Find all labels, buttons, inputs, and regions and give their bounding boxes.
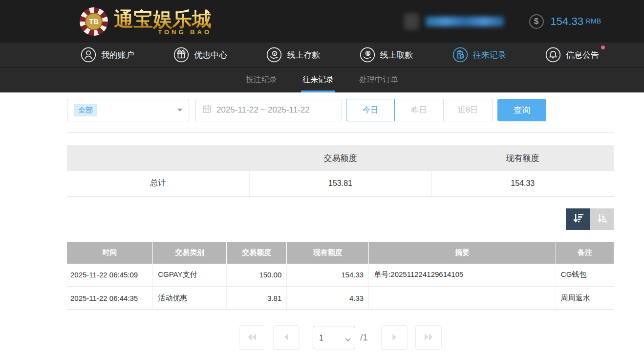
user-area: $ 154.33 RMB: [404, 13, 601, 30]
cell-summary: 单号:202511224129614105: [369, 264, 556, 287]
withdraw-icon: [360, 47, 375, 63]
nav-item-deposit[interactable]: 线上存款: [266, 47, 327, 63]
today-button[interactable]: 今日: [346, 99, 395, 121]
records-icon: [452, 47, 468, 63]
cell-summary: [369, 287, 556, 310]
header-summary: 摘要: [369, 242, 556, 264]
nav-item-withdraw[interactable]: 线上取款: [360, 47, 420, 63]
chevron-down-icon: [177, 109, 182, 112]
cell-time: 2025-11-22 06:44:35: [67, 287, 153, 310]
date-range-input[interactable]: 2025-11-22 ~ 2025-11-22: [195, 99, 342, 121]
cell-balance: 4.33: [287, 287, 369, 310]
main-nav: 我的账户 优惠中心 线上存款 线上取款 往来记录 信息公告: [0, 43, 644, 68]
summary-header-transaction-amount: 交易额度: [249, 145, 431, 171]
previous-page-button[interactable]: [273, 325, 300, 350]
page-select[interactable]: 1: [313, 326, 355, 349]
chip-monogram: TB: [85, 13, 103, 30]
first-page-button[interactable]: [239, 325, 265, 350]
notification-dot: [601, 45, 605, 49]
summary-total-row: 总计 153.81 154.33: [67, 171, 614, 196]
double-chevron-left-icon: [246, 333, 258, 343]
chevron-left-icon: [282, 333, 291, 343]
site-subtitle: TONG BAO: [114, 28, 212, 36]
summary-transaction-amount: 153.81: [249, 171, 431, 196]
yesterday-button[interactable]: 昨日: [395, 99, 444, 121]
table-row: 2025-11-22 06:44:35 活动优惠 3.81 4.33 周周返水: [67, 287, 614, 310]
records-header-row: 时间 交易类别 交易额度 现有额度 摘要 备注: [67, 242, 614, 264]
header-transaction-amount: 交易额度: [227, 242, 287, 264]
summary-total-label: 总计: [67, 171, 249, 196]
sort-descending-icon: [572, 212, 584, 226]
tab-processing-orders[interactable]: 处理中订单: [358, 68, 400, 92]
filter-row: 全部 2025-11-22 ~ 2025-11-22 今日 昨日 近8日 查询: [67, 99, 614, 121]
balance-currency: RMB: [586, 17, 601, 26]
top-header: TB 通宝娱乐城 TONG BAO $ 154.33 RMB: [0, 0, 644, 43]
cell-amount: 3.81: [227, 287, 287, 310]
tab-betting-records[interactable]: 投注纪录: [244, 68, 279, 92]
double-chevron-right-icon: [423, 333, 434, 343]
summary-current-balance: 154.33: [431, 171, 614, 196]
table-row: 2025-11-22 06:45:09 CGPAY支付 150.00 154.3…: [67, 264, 614, 287]
user-icon: [81, 47, 96, 63]
cell-time: 2025-11-22 06:45:09: [67, 264, 153, 287]
header-transaction-type: 交易类别: [153, 242, 227, 264]
content-area: 全部 2025-11-22 ~ 2025-11-22 今日 昨日 近8日 查询 …: [67, 99, 614, 350]
sort-descending-button[interactable]: [566, 208, 590, 230]
search-button[interactable]: 查询: [497, 99, 546, 121]
site-logo[interactable]: TB 通宝娱乐城 TONG BAO: [80, 7, 212, 36]
last-page-button[interactable]: [415, 325, 442, 350]
category-select[interactable]: 全部: [67, 99, 189, 121]
cell-balance: 154.33: [287, 264, 369, 287]
deposit-icon: [266, 47, 282, 63]
sort-controls: [67, 208, 614, 230]
pagination: 1 /1: [67, 325, 614, 350]
summary-table: 交易额度 现有额度 总计 153.81 154.33: [67, 145, 614, 197]
tab-transaction-records[interactable]: 往来记录: [301, 68, 335, 92]
header-time: 时间: [67, 242, 153, 264]
nav-item-my-account[interactable]: 我的账户: [81, 47, 141, 63]
summary-header-empty: [67, 145, 249, 171]
balance-amount: 154.33: [551, 15, 583, 28]
header-remark: 备注: [556, 242, 614, 264]
nav-item-announcements[interactable]: 信息公告: [545, 47, 606, 63]
sort-ascending-button[interactable]: [590, 208, 614, 230]
header-current-balance: 现有额度: [287, 242, 369, 264]
page-total-label: /1: [360, 332, 368, 343]
records-table: 时间 交易类别 交易额度 现有额度 摘要 备注 2025-11-22 06:45…: [67, 242, 614, 310]
last-8-days-button[interactable]: 近8日: [444, 99, 493, 121]
poker-chip-logo-icon: TB: [80, 7, 108, 36]
dollar-coin-icon: $: [529, 14, 544, 29]
record-tabs: 投注纪录 往来记录 处理中订单: [0, 68, 644, 92]
cell-type: CGPAY支付: [153, 264, 227, 287]
chevron-right-icon: [390, 333, 399, 343]
quick-range-group: 今日 昨日 近8日: [346, 99, 493, 121]
nav-item-promotions[interactable]: 优惠中心: [173, 47, 234, 63]
summary-header-current-balance: 现有额度: [431, 145, 614, 171]
page-select-wrap: 1: [313, 326, 355, 349]
next-page-button[interactable]: [381, 325, 408, 350]
sort-ascending-icon: [596, 212, 608, 226]
cell-remark: 周周返水: [556, 287, 614, 310]
cell-remark: CG钱包: [556, 264, 614, 287]
avatar[interactable]: [404, 13, 419, 30]
cell-amount: 150.00: [227, 264, 287, 287]
calendar-icon: [202, 104, 212, 116]
site-title: 通宝娱乐城: [114, 9, 212, 29]
category-selected-value: 全部: [74, 104, 97, 116]
section-divider: [67, 132, 614, 133]
nav-item-transaction-records[interactable]: 往来记录: [452, 47, 513, 63]
cell-type: 活动优惠: [153, 287, 227, 310]
bell-icon: [545, 47, 561, 63]
gift-icon: [173, 47, 189, 63]
username-redacted[interactable]: [426, 17, 504, 26]
date-range-value: 2025-11-22 ~ 2025-11-22: [216, 105, 310, 115]
